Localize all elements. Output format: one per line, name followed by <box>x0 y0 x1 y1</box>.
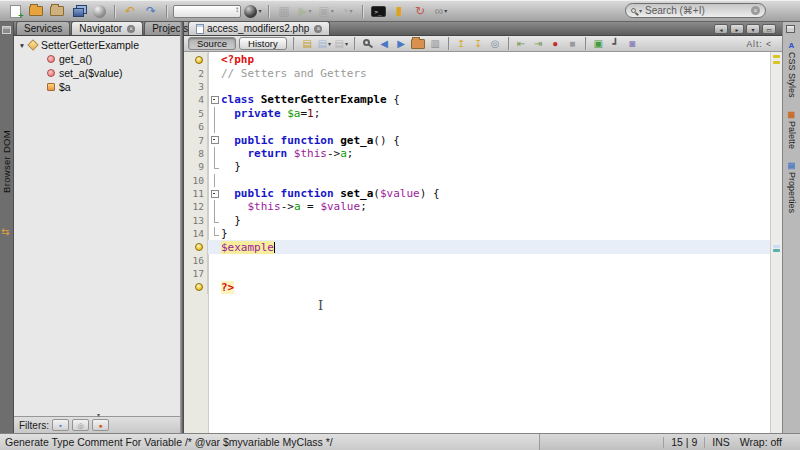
debug-icon[interactable]: ▣▾ <box>317 3 335 20</box>
dock-window-icon[interactable] <box>2 26 11 34</box>
undo-icon[interactable]: ↶ <box>121 3 139 20</box>
shift-left-icon[interactable]: ⇤ <box>514 37 529 51</box>
code-line[interactable]: 3 <box>184 80 770 93</box>
code-text[interactable]: class SetterGetterExample { <box>221 93 400 106</box>
stop-macro-icon[interactable]: ■ <box>565 37 580 51</box>
code-text[interactable]: $this->a = $value; <box>221 200 367 213</box>
sidebar-tab-properties[interactable]: ▤Properties <box>787 162 797 213</box>
insert-code-icon[interactable]: ▣ <box>591 37 606 51</box>
gutter-cell[interactable]: 11 <box>184 187 208 200</box>
database-icon[interactable]: ◙ <box>625 37 640 51</box>
code-line[interactable]: 4class SetterGetterExample { <box>184 93 770 106</box>
code-line[interactable]: <?php <box>184 53 770 66</box>
toggle-bookmark-icon[interactable]: ◎ <box>488 37 503 51</box>
start-macro-icon[interactable]: ● <box>548 37 563 51</box>
warning-bulb-icon[interactable] <box>195 283 203 291</box>
search-input[interactable]: ▾ Search (⌘+I) × <box>625 3 766 18</box>
filter-fields-icon[interactable]: ▪ <box>52 419 69 431</box>
code-editor[interactable]: <?php2// Setters and Getters34class Sett… <box>184 52 782 433</box>
code-text[interactable]: } <box>221 214 241 227</box>
tab-close-icon[interactable]: × <box>314 25 322 33</box>
config-combobox[interactable] <box>173 3 241 20</box>
gutter-cell[interactable]: 9 <box>184 160 208 173</box>
warning-bulb-icon[interactable] <box>195 56 203 64</box>
back-history-icon[interactable]: ▤▾ <box>317 37 332 51</box>
error-stripe-mark[interactable] <box>773 61 780 64</box>
shift-right-icon[interactable]: ⇥ <box>531 37 546 51</box>
code-line[interactable]: 12 $this->a = $value; <box>184 200 770 213</box>
gutter-cell[interactable]: 7 <box>184 133 208 146</box>
run-icon[interactable]: ▶▾ <box>296 3 314 20</box>
code-line[interactable]: 14} <box>184 227 770 240</box>
gutter-cell[interactable] <box>184 240 208 253</box>
reload-icon[interactable]: ↻ <box>411 3 429 20</box>
source-view-button[interactable]: Source <box>188 37 236 50</box>
tree-item-method[interactable]: get_a() <box>14 52 180 66</box>
team-icon[interactable]: ∞▾ <box>432 3 450 20</box>
code-line[interactable]: ?> <box>184 281 770 294</box>
warning-bulb-icon[interactable] <box>195 243 203 251</box>
history-view-button[interactable]: History <box>239 37 287 50</box>
code-text[interactable]: $example <box>221 241 275 254</box>
search-clear-icon[interactable]: × <box>751 6 760 15</box>
gutter-cell[interactable] <box>184 281 208 294</box>
gutter-cell[interactable]: 12 <box>184 200 208 213</box>
tab-list-dropdown-icon[interactable]: ▾ <box>746 24 760 34</box>
save-all-icon[interactable] <box>69 3 87 20</box>
filter-static-members-icon[interactable]: ◎ <box>72 419 89 431</box>
last-edit-location-icon[interactable] <box>411 37 426 51</box>
next-occurrence-icon[interactable]: ▶ <box>394 37 409 51</box>
new-project-icon[interactable] <box>27 3 45 20</box>
code-line[interactable]: 6 <box>184 120 770 133</box>
gutter-cell[interactable]: 13 <box>184 214 208 227</box>
gutter-cell[interactable]: 4 <box>184 93 208 106</box>
next-bookmark-icon[interactable]: ↧ <box>471 37 486 51</box>
code-lines[interactable]: <?php2// Setters and Getters34class Sett… <box>184 53 770 294</box>
redo-icon[interactable]: ↷ <box>142 3 160 20</box>
search-scope-chevron-icon[interactable]: ▾ <box>639 7 642 14</box>
code-text[interactable]: public function get_a() { <box>221 134 400 147</box>
forward-history-icon[interactable]: ▤▾ <box>334 37 349 51</box>
prev-occurrence-icon[interactable]: ◀ <box>377 37 392 51</box>
last-edit-icon[interactable]: ▤ <box>300 37 315 51</box>
code-line[interactable]: 16 <box>184 254 770 267</box>
code-line[interactable]: 9 } <box>184 160 770 173</box>
tree-item-method[interactable]: set_a($value) <box>14 66 180 80</box>
profile-icon[interactable]: ◔▾ <box>338 3 356 20</box>
code-line[interactable]: 13 } <box>184 214 770 227</box>
gutter-cell[interactable]: 3 <box>184 80 208 93</box>
maximize-window-icon[interactable]: ▭ <box>762 24 776 34</box>
filter-inherited-icon[interactable]: ● <box>92 419 109 431</box>
code-text[interactable]: ?> <box>221 281 234 294</box>
error-stripe-mark[interactable] <box>773 245 780 248</box>
clean-build-icon[interactable]: ▦ <box>275 3 293 20</box>
code-line[interactable]: 7 public function get_a() { <box>184 133 770 146</box>
gutter-cell[interactable]: 16 <box>184 254 208 267</box>
fold-margin[interactable] <box>208 187 221 200</box>
tab-close-icon[interactable]: × <box>127 25 135 33</box>
code-text[interactable]: return $this->a; <box>221 147 353 160</box>
code-line[interactable]: 10 <box>184 174 770 187</box>
code-line[interactable]: 8 return $this->a; <box>184 147 770 160</box>
scroll-tabs-right-icon[interactable]: ▸ <box>730 24 744 34</box>
dock-window-icon[interactable] <box>786 25 795 33</box>
error-stripe-mark[interactable] <box>773 249 780 252</box>
splitter-grip-icon[interactable]: ▾ <box>97 411 100 418</box>
panel-tab-services[interactable]: Services <box>16 21 70 35</box>
swap-arrows-icon[interactable]: ⇆ <box>1 226 9 237</box>
code-text[interactable]: public function set_a($value) { <box>221 187 440 200</box>
code-text[interactable]: <?php <box>221 53 254 66</box>
gutter-cell[interactable]: 6 <box>184 120 208 133</box>
find-icon[interactable] <box>360 37 375 51</box>
error-stripe[interactable] <box>770 52 782 433</box>
tree-item-field[interactable]: $a <box>14 80 180 94</box>
expander-icon[interactable]: ▼ <box>17 42 27 49</box>
gutter-cell[interactable] <box>184 53 208 66</box>
gutter-cell[interactable]: 2 <box>184 66 208 79</box>
tab-access-modifiers2-php[interactable]: access_modifiers2.php × <box>188 21 330 35</box>
new-file-icon[interactable] <box>6 3 24 20</box>
gutter-cell[interactable]: 5 <box>184 107 208 120</box>
code-text[interactable]: private $a=1; <box>221 107 320 120</box>
reference-book-icon[interactable]: ▮ <box>390 3 408 20</box>
fold-margin[interactable] <box>208 133 221 146</box>
